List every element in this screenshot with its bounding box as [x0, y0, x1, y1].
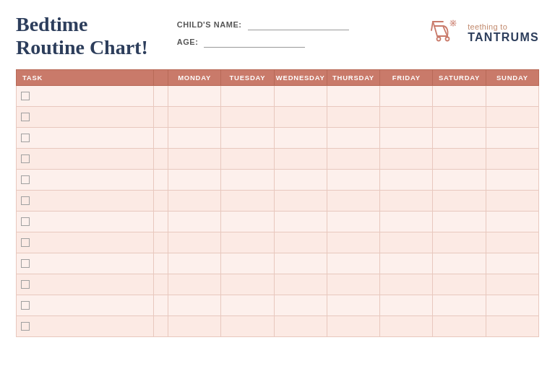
friday-cell[interactable] — [380, 232, 433, 253]
thursday-cell[interactable] — [327, 295, 379, 316]
task-checkbox[interactable] — [21, 301, 30, 310]
sunday-cell[interactable] — [486, 295, 538, 316]
saturday-cell[interactable] — [433, 232, 486, 253]
saturday-cell[interactable] — [433, 86, 486, 107]
friday-cell[interactable] — [380, 149, 433, 170]
monday-cell[interactable] — [168, 316, 221, 337]
friday-cell[interactable] — [380, 170, 433, 191]
wednesday-cell[interactable] — [274, 128, 327, 149]
task-checkbox[interactable] — [21, 134, 30, 142]
thursday-cell[interactable] — [327, 128, 379, 149]
tuesday-cell[interactable] — [221, 191, 274, 212]
friday-cell[interactable] — [380, 191, 433, 212]
thursday-cell[interactable] — [327, 191, 379, 212]
monday-cell[interactable] — [168, 274, 221, 295]
saturday-cell[interactable] — [433, 149, 486, 170]
sunday-cell[interactable] — [486, 86, 538, 107]
monday-cell[interactable] — [168, 128, 221, 149]
tuesday-cell[interactable] — [221, 170, 274, 191]
tuesday-cell[interactable] — [221, 86, 274, 107]
tuesday-cell[interactable] — [221, 149, 274, 170]
task-checkbox[interactable] — [21, 259, 30, 268]
wednesday-cell[interactable] — [274, 107, 327, 128]
task-checkbox[interactable] — [21, 154, 30, 163]
saturday-cell[interactable] — [433, 274, 486, 295]
thursday-cell[interactable] — [327, 316, 379, 337]
wednesday-cell[interactable] — [274, 212, 327, 232]
friday-cell[interactable] — [380, 295, 433, 316]
monday-cell[interactable] — [168, 212, 221, 232]
saturday-cell[interactable] — [433, 191, 486, 212]
friday-cell[interactable] — [380, 86, 433, 107]
wednesday-cell[interactable] — [274, 295, 327, 316]
thursday-cell[interactable] — [327, 149, 379, 170]
task-checkbox[interactable] — [21, 92, 30, 100]
sunday-cell[interactable] — [486, 107, 538, 128]
saturday-cell[interactable] — [433, 170, 486, 191]
wednesday-cell[interactable] — [274, 149, 327, 170]
saturday-cell[interactable] — [433, 107, 486, 128]
monday-cell[interactable] — [168, 253, 221, 274]
sunday-cell[interactable] — [486, 232, 538, 253]
monday-cell[interactable] — [168, 170, 221, 191]
task-checkbox[interactable] — [21, 175, 30, 184]
task-checkbox[interactable] — [21, 113, 30, 121]
sunday-cell[interactable] — [486, 316, 538, 337]
saturday-cell[interactable] — [433, 253, 486, 274]
thursday-cell[interactable] — [327, 232, 379, 253]
saturday-cell[interactable] — [433, 316, 486, 337]
saturday-cell[interactable] — [433, 295, 486, 316]
thursday-cell[interactable] — [327, 212, 379, 232]
tuesday-cell[interactable] — [221, 316, 274, 337]
task-checkbox[interactable] — [21, 217, 30, 226]
thursday-cell[interactable] — [327, 253, 379, 274]
col-monday: MONDAY — [168, 70, 221, 86]
age-line[interactable] — [204, 36, 305, 48]
friday-cell[interactable] — [380, 128, 433, 149]
sunday-cell[interactable] — [486, 274, 538, 295]
tuesday-cell[interactable] — [221, 128, 274, 149]
friday-cell[interactable] — [380, 253, 433, 274]
tuesday-cell[interactable] — [221, 107, 274, 128]
saturday-cell[interactable] — [433, 212, 486, 232]
wednesday-cell[interactable] — [274, 191, 327, 212]
monday-cell[interactable] — [168, 295, 221, 316]
wednesday-cell[interactable] — [274, 274, 327, 295]
task-checkbox[interactable] — [21, 196, 30, 205]
tuesday-cell[interactable] — [221, 274, 274, 295]
saturday-cell[interactable] — [433, 128, 486, 149]
wednesday-cell[interactable] — [274, 253, 327, 274]
sunday-cell[interactable] — [486, 170, 538, 191]
tuesday-cell[interactable] — [221, 295, 274, 316]
tuesday-cell[interactable] — [221, 212, 274, 232]
tuesday-cell[interactable] — [221, 253, 274, 274]
thursday-cell[interactable] — [327, 86, 379, 107]
monday-cell[interactable] — [168, 191, 221, 212]
child-name-line[interactable] — [248, 19, 349, 30]
task-checkbox[interactable] — [21, 280, 30, 289]
thursday-cell[interactable] — [327, 274, 379, 295]
task-checkbox[interactable] — [21, 238, 30, 247]
tuesday-cell[interactable] — [221, 232, 274, 253]
spacer-cell — [154, 274, 168, 295]
wednesday-cell[interactable] — [274, 316, 327, 337]
sunday-cell[interactable] — [486, 149, 538, 170]
friday-cell[interactable] — [380, 212, 433, 232]
monday-cell[interactable] — [168, 149, 221, 170]
monday-cell[interactable] — [168, 86, 221, 107]
monday-cell[interactable] — [168, 232, 221, 253]
friday-cell[interactable] — [380, 274, 433, 295]
wednesday-cell[interactable] — [274, 86, 327, 107]
wednesday-cell[interactable] — [274, 232, 327, 253]
wednesday-cell[interactable] — [274, 170, 327, 191]
sunday-cell[interactable] — [486, 128, 538, 149]
friday-cell[interactable] — [380, 316, 433, 337]
sunday-cell[interactable] — [486, 191, 538, 212]
friday-cell[interactable] — [380, 107, 433, 128]
thursday-cell[interactable] — [327, 170, 379, 191]
monday-cell[interactable] — [168, 107, 221, 128]
task-checkbox[interactable] — [21, 322, 30, 331]
sunday-cell[interactable] — [486, 253, 538, 274]
sunday-cell[interactable] — [486, 212, 538, 232]
thursday-cell[interactable] — [327, 107, 379, 128]
